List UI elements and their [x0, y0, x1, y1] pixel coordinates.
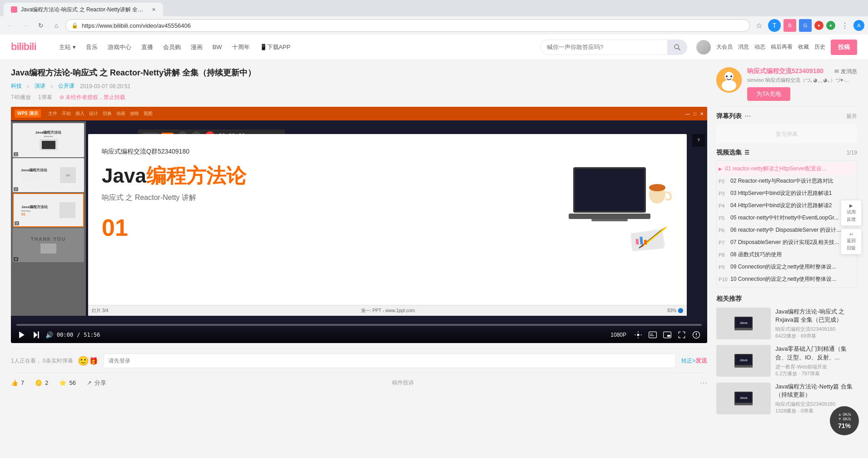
main-layout: Java编程方法论-响应式 之 Reactor-Netty讲解 全集（持续更新中… — [0, 60, 868, 427]
nav-home[interactable]: 主站 ▾ — [55, 40, 80, 54]
comment-input[interactable] — [104, 353, 676, 368]
home-button[interactable]: ⌂ — [50, 19, 63, 32]
gift-button[interactable]: 🎁 — [89, 357, 98, 365]
extension3-button[interactable]: ● — [814, 21, 823, 30]
nav-messages[interactable]: 消息 — [738, 43, 749, 51]
back-to-top-button[interactable]: ↩ 返回 旧版 — [841, 229, 862, 254]
next-button[interactable] — [31, 329, 42, 340]
user-profile-button[interactable]: A — [853, 20, 864, 31]
category-speech[interactable]: 演讲 — [35, 82, 45, 90]
fullscreen-button[interactable] — [676, 329, 687, 340]
up-speed: 0K/s — [843, 412, 851, 417]
google-translate-button[interactable]: G — [799, 19, 812, 32]
share-button[interactable]: ↗ 分享 — [87, 379, 106, 387]
sidebar-username[interactable]: 响应式编程交流523409180 — [747, 67, 823, 75]
send-message-button[interactable]: ✉ 发消息 — [834, 68, 857, 75]
search-input[interactable] — [540, 40, 667, 55]
charge-button[interactable]: 为TA充电 — [747, 87, 790, 101]
svg-text:Java: Java — [740, 396, 748, 400]
episode-item-6[interactable]: P6 06 reactor-netty中 DisposableServer 的设… — [719, 224, 855, 236]
upload-button[interactable]: 投稿 — [831, 40, 857, 55]
episode-item-7[interactable]: P7 07 DisposableServer 的设计实现2及相关技... — [719, 236, 855, 249]
bookmark-star-button[interactable]: ☆ — [753, 19, 765, 32]
active-tab[interactable]: Java编程方法论-响应式 之 Reactor-Netty讲解 全集 (持续更新… — [4, 3, 163, 16]
sidebar-avatar[interactable] — [716, 67, 742, 93]
slide-thumb-1[interactable]: Java编程方法论 simviso 1 — [13, 123, 84, 157]
related-item-1[interactable]: Java Java编程方法论-响应式 之 Rxjava篇 全集（已完成） 响应式… — [716, 308, 857, 339]
nav-shop[interactable]: 会员购 — [159, 40, 185, 54]
episode-item-8[interactable]: P8 08 函数式技巧的使用 — [719, 249, 855, 261]
related-item-2[interactable]: Java Java零基础入门到精通（集合、泛型、IO、反射、... 进一教育-W… — [716, 345, 857, 377]
nav-manga[interactable]: 漫画 — [186, 40, 207, 54]
danger-button[interactable] — [691, 329, 702, 340]
ep-title: 02 Reactor-netty与Reactor中设计思路对比 — [730, 177, 855, 185]
user-avatar[interactable] — [696, 40, 711, 55]
refresh-button[interactable]: ↻ — [35, 19, 47, 32]
coin-button[interactable]: 🪙 2 — [35, 379, 48, 386]
episode-item-10[interactable]: P10 10 Connection的设定之netty使用时整体设... — [719, 273, 855, 285]
favorite-count: 56 — [69, 379, 75, 386]
nav-games[interactable]: 游戏中心 — [103, 40, 136, 54]
category-tech[interactable]: 科技 — [11, 82, 22, 90]
send-button[interactable]: 发送 — [695, 357, 707, 365]
nav-app[interactable]: 📱下载APP — [255, 40, 295, 54]
progress-bar[interactable] — [16, 324, 702, 326]
nav-live[interactable]: 直播 — [137, 40, 158, 54]
tab-close-button[interactable]: ✕ — [152, 7, 156, 13]
extensions-button[interactable]: T — [768, 19, 781, 32]
nav-dynamic[interactable]: 动态 — [754, 43, 765, 51]
play-pause-button[interactable] — [16, 329, 27, 340]
nav-history[interactable]: 历史 — [814, 43, 825, 51]
more-options-button[interactable]: ⋮ — [838, 19, 851, 32]
video-list-header: 视频选集 ☰ 1/19 — [716, 149, 857, 157]
related-info-1: Java编程方法论-响应式 之 Rxjava篇 全集（已完成） 响应式编程交流5… — [775, 308, 857, 339]
forward-button[interactable]: → — [19, 19, 32, 32]
live-viewers: 1人正在看， 0条实时弹幕 — [11, 357, 73, 365]
emotion-button[interactable]: 🙂 — [78, 355, 89, 366]
slide-thumb-2[interactable]: Java编程方法论 QR 2 — [13, 158, 84, 192]
trial-button[interactable]: ▶ 试用 反馈 — [841, 200, 862, 226]
related-item-stats-1: 6422播放 · 69弹幕 — [775, 333, 857, 339]
episode-item-5[interactable]: P5 05 reactor-netty中针对netty中EventLoopGr.… — [719, 212, 855, 224]
subtitle-button[interactable] — [647, 329, 658, 340]
more-actions-button[interactable]: ⋯ — [700, 378, 707, 387]
volume-icon[interactable]: 🔊 — [45, 331, 53, 339]
nav-vip[interactable]: 大会员 — [716, 43, 733, 51]
slide-thumb-3[interactable]: Java编程方法论 simviso 01 3 — [13, 193, 84, 227]
episode-item-2[interactable]: P2 02 Reactor-netty与Reactor中设计思路对比 — [719, 175, 855, 187]
episode-item-9[interactable]: P9 09 Connection的设定之netty使用时整体设... — [719, 261, 855, 273]
slide-main-title: Java编程方法论 — [102, 163, 246, 189]
pip-button[interactable] — [662, 329, 673, 340]
like-button[interactable]: 👍 7 — [11, 379, 24, 386]
browser-chrome: Java编程方法论-响应式 之 Reactor-Netty讲解 全集 (持续更新… — [0, 0, 868, 35]
extension4-button[interactable]: ● — [826, 21, 835, 30]
user-info-block: 响应式编程交流523409180 ✉ 发消息 simviso 响应式编程交流（づ… — [747, 67, 857, 101]
bilibili-logo[interactable]: bilibili — [11, 39, 47, 55]
search-button[interactable] — [667, 40, 687, 55]
episode-item-1[interactable]: ▶ 01 reactor-netty解读之HttpServer配置设... — [719, 163, 855, 175]
favorite-button[interactable]: ⭐ 56 — [59, 379, 75, 386]
video-info-row: 1人正在看， 0条实时弹幕 🙂 🎁 转正> 发送 — [11, 348, 707, 373]
quality-button[interactable]: 1080P — [608, 331, 629, 339]
nav-favorites[interactable]: 收藏 — [798, 43, 809, 51]
episode-item-3[interactable]: P3 03 HttpServer中bind设定的设计思路解读1 — [719, 187, 855, 199]
back-button[interactable]: ← — [4, 19, 16, 32]
address-bar[interactable]: 🔒 https://www.bilibili.com/video/av45556… — [65, 19, 750, 32]
nav-bw[interactable]: BW — [208, 41, 227, 53]
nav-anniversary[interactable]: 十周年 — [228, 40, 254, 54]
report-button[interactable]: 稿件投诉 — [392, 379, 414, 387]
nav-watchlater[interactable]: 稿后再看 — [771, 43, 793, 51]
nav-music[interactable]: 音乐 — [81, 40, 102, 54]
bilibili-ext-button[interactable]: B — [784, 19, 796, 32]
convert-link[interactable]: 转正> — [681, 357, 695, 365]
slide-right-btn1[interactable]: ？ — [692, 134, 705, 147]
slide-thumb-4[interactable]: THANK YOU 4 — [13, 228, 84, 262]
ep-number: P8 — [719, 252, 728, 258]
settings-button[interactable] — [633, 329, 644, 340]
ep-title: 10 Connection的设定之netty使用时整体设... — [730, 275, 855, 283]
video-player[interactable]: WPS 演示 文件 开始 插入 设计 切换 动画 放映 视图 — □ — [11, 107, 707, 343]
net-up: ▲ 0K/s — [838, 412, 851, 417]
episode-item-4[interactable]: P4 04 HttpServer中bind设定的设计思路解读2 — [719, 199, 855, 212]
danmu-expand-button[interactable]: 展开 — [846, 113, 857, 120]
category-public[interactable]: 公开课 — [58, 82, 74, 90]
